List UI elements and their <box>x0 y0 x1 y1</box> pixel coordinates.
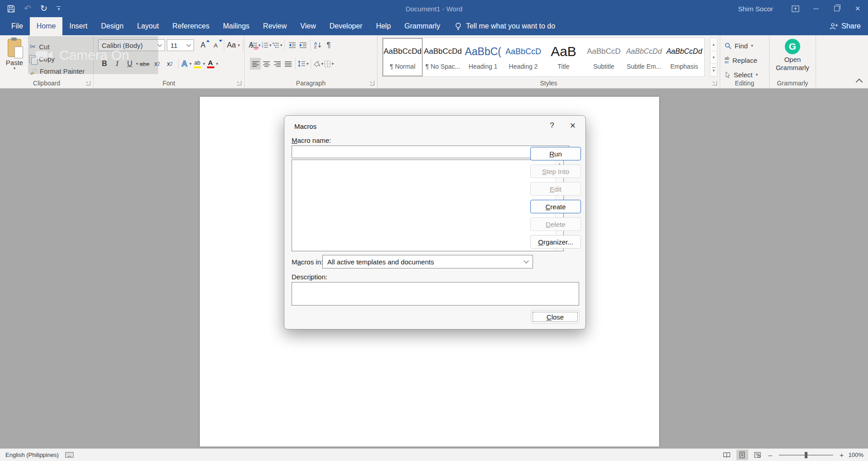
customize-qat-icon[interactable]: ▾ <box>57 6 61 11</box>
gallery-scroll-down-icon[interactable]: ▾ <box>710 51 717 64</box>
grow-font-button[interactable]: A <box>197 39 209 51</box>
tab-file[interactable]: File <box>5 17 30 35</box>
replace-button[interactable]: abac Replace <box>725 54 757 66</box>
save-icon[interactable] <box>7 5 15 13</box>
format-painter-button[interactable]: Format Painter <box>27 66 87 77</box>
shrink-font-button[interactable]: A <box>209 39 222 51</box>
numbering-button[interactable]: 123 ▾ <box>261 39 272 51</box>
paste-button[interactable]: Paste ▾ <box>4 38 25 78</box>
align-left-button[interactable] <box>250 58 261 70</box>
keyboard-icon[interactable] <box>65 452 74 458</box>
print-layout-icon[interactable] <box>736 450 748 460</box>
organizer-button[interactable]: Organizer... <box>530 235 581 249</box>
redo-icon[interactable]: ↻ <box>40 0 47 17</box>
justify-button[interactable] <box>283 58 293 70</box>
strikethrough-button[interactable]: abe <box>138 58 151 70</box>
zoom-out-icon[interactable]: – <box>767 451 774 459</box>
font-size-combo[interactable]: 11 <box>167 39 194 51</box>
dialog-help-button[interactable]: ? <box>542 116 562 136</box>
tab-review[interactable]: Review <box>256 17 293 35</box>
bold-button[interactable]: B <box>98 58 111 70</box>
change-case-button[interactable]: Aa ▾ <box>226 39 241 51</box>
cut-button[interactable]: ✂ Cut <box>27 41 52 52</box>
gallery-scroll-up-icon[interactable]: ▴ <box>710 38 717 51</box>
multilevel-list-button[interactable]: ▾ <box>272 39 283 51</box>
find-button[interactable]: Find ▾ <box>725 40 753 52</box>
decrease-indent-button[interactable] <box>287 39 297 51</box>
superscript-button[interactable]: x2 <box>164 58 176 70</box>
style-subtle-emphasis[interactable]: AaBbCcDd Subtle Em... <box>624 38 664 76</box>
tab-home[interactable]: Home <box>30 17 63 35</box>
zoom-level[interactable]: 100% <box>849 452 863 458</box>
web-layout-icon[interactable] <box>752 450 764 460</box>
font-color-button[interactable]: A ▾ <box>206 58 219 70</box>
subscript-button[interactable]: x2 <box>151 58 164 70</box>
language-status[interactable]: English (Philippines) <box>5 452 59 458</box>
tab-design[interactable]: Design <box>94 17 130 35</box>
style-title[interactable]: AaB Title <box>543 38 584 76</box>
tab-insert[interactable]: Insert <box>62 17 94 35</box>
select-button[interactable]: Select ▾ <box>725 69 758 80</box>
user-name[interactable]: Shim Socor <box>738 5 773 13</box>
step-into-button[interactable]: Step Into <box>530 165 581 178</box>
clipboard-dialog-launcher-icon[interactable] <box>86 81 90 85</box>
align-center-button[interactable] <box>261 58 272 70</box>
ribbon-display-options-icon[interactable] <box>785 0 806 17</box>
style-normal[interactable]: AaBbCcDd ¶ Normal <box>382 38 423 76</box>
style-heading-2[interactable]: AaBbCcD Heading 2 <box>503 38 543 76</box>
tab-layout[interactable]: Layout <box>130 17 165 35</box>
underline-button[interactable]: U <box>123 58 136 70</box>
show-paragraph-marks-button[interactable]: ¶ <box>323 39 334 51</box>
open-grammarly-button[interactable]: G Open Grammarly <box>769 39 816 72</box>
style-heading-1[interactable]: AaBbC( Heading 1 <box>463 38 503 76</box>
sort-button[interactable]: AZ <box>312 39 323 51</box>
tab-references[interactable]: References <box>165 17 216 35</box>
description-textbox[interactable] <box>292 282 579 306</box>
font-name-combo[interactable]: Calibri (Body) <box>98 39 165 51</box>
zoom-in-icon[interactable]: + <box>839 451 845 459</box>
tab-help[interactable]: Help <box>369 17 398 35</box>
zoom-slider-thumb[interactable] <box>805 452 807 458</box>
edit-button[interactable]: Edit <box>530 182 581 196</box>
italic-button[interactable]: I <box>111 58 123 70</box>
tab-mailings[interactable]: Mailings <box>216 17 256 35</box>
restore-icon[interactable] <box>826 0 847 17</box>
text-effects-button[interactable]: A ▾ <box>180 58 193 70</box>
macros-in-select[interactable]: All active templates and documents <box>322 255 533 268</box>
word-window: ↶ ↻ ▾ Document1 - Word Shim Socor × File… <box>0 0 868 461</box>
bullets-button[interactable]: ▾ <box>250 39 261 51</box>
style-emphasis[interactable]: AaBbCcDd Emphasis <box>664 38 704 76</box>
paragraph-dialog-launcher-icon[interactable] <box>370 81 374 85</box>
borders-button[interactable]: ▾ <box>324 58 335 70</box>
minimize-icon[interactable] <box>806 0 826 17</box>
styles-dialog-launcher-icon[interactable] <box>712 81 717 85</box>
dialog-close-icon[interactable]: × <box>563 116 583 136</box>
close-button[interactable]: Close <box>531 310 580 324</box>
undo-icon[interactable]: ↶ <box>24 0 31 17</box>
line-spacing-button[interactable]: ▾ <box>297 58 309 70</box>
increase-indent-button[interactable] <box>297 39 308 51</box>
align-right-button[interactable] <box>272 58 283 70</box>
macro-name-input[interactable] <box>292 146 569 158</box>
tab-grammarly[interactable]: Grammarly <box>398 17 447 35</box>
tell-me-box[interactable]: Tell me what you want to do <box>454 17 555 35</box>
delete-button[interactable]: Delete <box>530 217 581 231</box>
run-button[interactable]: Run <box>530 147 581 160</box>
highlight-color-button[interactable]: ab ▾ <box>193 58 206 70</box>
shading-button[interactable]: ▾ <box>313 58 324 70</box>
create-button[interactable]: Create <box>530 200 581 213</box>
collapse-ribbon-icon[interactable] <box>856 79 863 86</box>
read-mode-icon[interactable] <box>721 450 733 460</box>
macro-list[interactable]: ▴ ▾ <box>292 160 564 251</box>
copy-button[interactable]: Copy <box>27 53 57 65</box>
lightbulb-icon <box>454 22 462 31</box>
share-button[interactable]: Share <box>830 17 861 35</box>
tab-view[interactable]: View <box>293 17 322 35</box>
font-dialog-launcher-icon[interactable] <box>237 81 241 85</box>
tab-developer[interactable]: Developer <box>323 17 369 35</box>
gallery-more-icon[interactable]: ▾ <box>710 64 717 76</box>
close-window-icon[interactable]: × <box>847 0 868 17</box>
style-subtitle[interactable]: AaBbCcD Subtitle <box>584 38 624 76</box>
zoom-slider[interactable] <box>779 455 833 456</box>
style-no-spacing[interactable]: AaBbCcDd ¶ No Spac... <box>423 38 463 76</box>
